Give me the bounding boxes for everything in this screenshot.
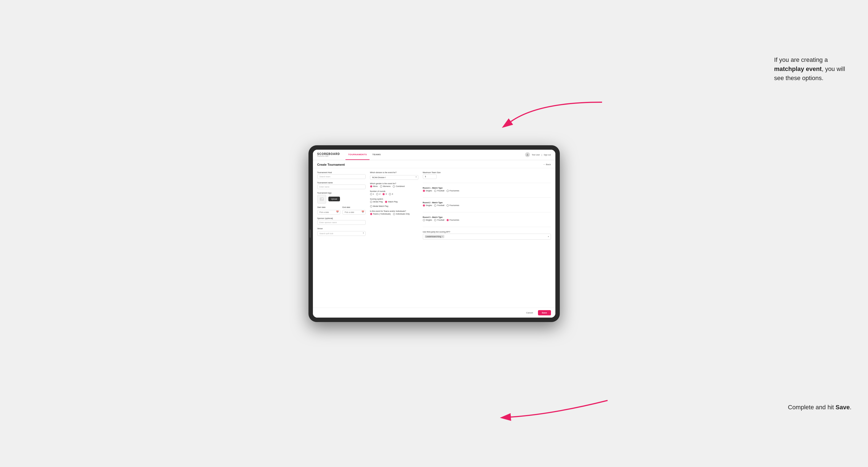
gender-radio-group: Mens Womens Combined (370, 185, 418, 188)
round1-label: Round 1 - Match Type (423, 187, 551, 189)
sign-out-link[interactable]: Sign out (544, 154, 551, 156)
tournament-name-input[interactable] (317, 185, 366, 189)
division-select[interactable]: NCAA Division I (370, 175, 418, 180)
logo-main-text: SCOREBOARD (317, 153, 340, 155)
round3-singles[interactable]: Singles (423, 219, 432, 221)
svg-point-2 (321, 198, 321, 199)
round2-fourball[interactable]: Fourball (434, 205, 444, 207)
round3-fourball-label: Fourball (437, 219, 444, 221)
round1-fourball[interactable]: Fourball (434, 190, 444, 192)
logo-upload-row: Upload (317, 195, 366, 204)
round-1[interactable]: 1 (370, 193, 374, 195)
round-3-label: 3 (385, 193, 386, 195)
start-date-label: Start date (317, 206, 341, 208)
gender-womens-label: Womens (383, 185, 391, 187)
api-group: Use third-party live scoring API? Leader… (423, 231, 551, 240)
page-header: Create Tournament ← Back (313, 160, 555, 168)
venue-select-wrapper (317, 230, 366, 236)
tablet-frame: SCOREBOARD Powered by clippit TOURNAMENT… (308, 145, 560, 322)
api-tag: Leaderboard King × (425, 235, 444, 238)
teams-option-label: Teams (+Individuals) (373, 213, 391, 215)
end-date-wrapper: 📅 (342, 209, 366, 215)
divider-3 (423, 212, 551, 212)
nav-bar: SCOREBOARD Powered by clippit TOURNAMENT… (313, 150, 555, 160)
start-date-wrapper: 📅 (317, 209, 341, 215)
round3-foursomes[interactable]: Foursomes (446, 219, 459, 221)
form-area: Tournament Host Tournament name Tourname… (313, 168, 555, 308)
round2-fourball-label: Fourball (437, 205, 444, 206)
scoring-radio-group: Stroke Play Match Play Medal Match Play (370, 201, 418, 208)
teams-group: Is this event for Teams and/or Individua… (370, 210, 418, 215)
save-button[interactable]: Save (538, 310, 551, 315)
round2-label: Round 2 - Match Type (423, 201, 551, 204)
tournament-host-input[interactable] (317, 174, 366, 179)
nav-separator: | (541, 154, 542, 156)
gender-label: Which gender is the event for? (370, 183, 418, 185)
form-col-left: Tournament Host Tournament name Tourname… (317, 172, 366, 304)
max-team-size-input[interactable] (423, 174, 437, 179)
api-tag-label: Leaderboard King (426, 236, 441, 238)
division-label: Which division is the event for? (370, 172, 418, 174)
teams-label: Is this event for Teams and/or Individua… (370, 210, 418, 212)
tournament-name-group: Tournament name (317, 182, 366, 189)
round3-fourball[interactable]: Fourball (434, 219, 444, 221)
api-tag-remove[interactable]: × (442, 235, 443, 238)
tournament-logo-label: Tournament logo (317, 192, 366, 194)
annotation-bold-matchplay: matchplay event (774, 65, 822, 72)
date-row: Start date 📅 End date 📅 (317, 206, 366, 215)
gender-womens[interactable]: Womens (380, 185, 391, 188)
round-4[interactable]: 4 (389, 193, 393, 195)
venue-group: Venue (317, 227, 366, 236)
upload-button[interactable]: Upload (329, 197, 340, 201)
max-team-size-label: Maximum Team Size (423, 172, 551, 174)
sponsor-group: Sponsor (optional) (317, 217, 366, 225)
side-button (310, 229, 311, 238)
gender-mens[interactable]: Mens (370, 185, 378, 188)
round-2[interactable]: 2 (376, 193, 380, 195)
logo-placeholder (317, 195, 326, 204)
tournament-host-group: Tournament Host (317, 172, 366, 179)
tournament-host-label: Tournament Host (317, 172, 366, 174)
scoring-medal[interactable]: Medal Match Play (370, 205, 389, 208)
round1-singles-label: Singles (426, 190, 432, 192)
api-select-wrapper[interactable]: Leaderboard King × ▾ (423, 234, 551, 240)
round2-singles[interactable]: Singles (423, 205, 432, 207)
rounds-group: Number of rounds 1 2 3 (370, 190, 418, 195)
cancel-button[interactable]: Cancel (523, 310, 536, 315)
rounds-radio-group: 1 2 3 4 (370, 193, 418, 195)
tab-tournaments[interactable]: TOURNAMENTS (345, 150, 370, 160)
gender-combined[interactable]: Combined (393, 185, 405, 188)
max-team-size-group: Maximum Team Size (423, 172, 551, 179)
teams-radio-group: Teams (+Individuals) Individuals Only (370, 213, 418, 215)
end-date-label: End date (342, 206, 366, 208)
round1-singles[interactable]: Singles (423, 190, 432, 192)
back-button[interactable]: ← Back (543, 163, 551, 166)
individuals-option[interactable]: Individuals Only (393, 213, 409, 215)
divider-2 (423, 197, 551, 198)
sponsor-input[interactable] (317, 220, 366, 225)
scoring-medal-label: Medal Match Play (373, 205, 389, 207)
round-4-label: 4 (392, 193, 393, 195)
round2-singles-label: Singles (426, 205, 432, 206)
round3-foursomes-label: Foursomes (450, 219, 459, 221)
round2-foursomes[interactable]: Foursomes (446, 205, 459, 207)
division-select-wrapper: NCAA Division I (370, 174, 418, 180)
round2-match-type: Round 2 - Match Type Singles Fourball (423, 201, 551, 207)
round1-match-type: Round 1 - Match Type Singles Fourball (423, 187, 551, 192)
gender-group: Which gender is the event for? Mens Wome… (370, 183, 418, 188)
teams-option[interactable]: Teams (+Individuals) (370, 213, 391, 215)
scoring-group: Scoring system Stroke Play Match Play (370, 198, 418, 208)
venue-input[interactable] (317, 231, 366, 236)
svg-rect-1 (320, 198, 323, 200)
scoring-stroke[interactable]: Stroke Play (370, 201, 383, 203)
venue-label: Venue (317, 227, 366, 229)
round1-foursomes[interactable]: Foursomes (446, 190, 459, 192)
tab-teams[interactable]: TEAMS (370, 150, 383, 160)
round1-fourball-label: Fourball (437, 190, 444, 192)
app-logo: SCOREBOARD Powered by clippit (317, 153, 340, 157)
round2-radio-group: Singles Fourball Foursomes (423, 205, 551, 207)
round-3[interactable]: 3 (382, 193, 386, 195)
gender-combined-label: Combined (396, 185, 405, 187)
scoring-match[interactable]: Match Play (385, 201, 398, 203)
scoring-match-label: Match Play (388, 201, 398, 203)
